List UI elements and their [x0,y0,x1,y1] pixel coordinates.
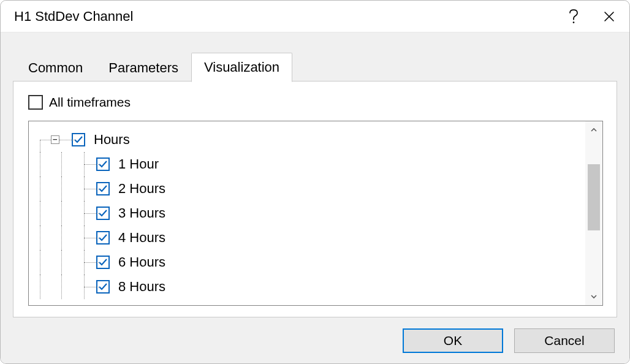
chevron-up-icon [590,126,598,134]
dialog-window: H1 StdDev Channel Common Parameters Visu… [0,0,630,364]
check-icon [98,208,108,218]
check-icon [98,257,108,267]
tree-line [40,140,40,152]
close-button[interactable] [591,2,627,31]
close-icon [603,10,615,23]
scroll-up-button[interactable] [585,121,602,138]
tree-line [84,189,99,189]
title-bar: H1 StdDev Channel [1,1,629,32]
scroll-down-button[interactable] [585,288,602,305]
check-icon [98,184,108,194]
dialog-footer: OK Cancel [1,318,629,363]
tab-common[interactable]: Common [15,53,96,82]
tree-root: − Hours [29,127,585,299]
check-icon [98,233,108,243]
tab-label: Common [28,60,83,75]
collapse-icon[interactable]: − [51,135,59,144]
tree-node-label: 4 Hours [118,230,165,246]
tree-line [40,176,40,201]
ok-button-label: OK [444,333,462,348]
tree-node-label: 1 Hour [118,156,159,172]
tree-node-6hours[interactable]: 6 Hours [29,250,585,275]
ok-button[interactable]: OK [403,328,503,353]
tree-node-3hours[interactable]: 3 Hours [29,201,585,226]
tree-line [40,152,40,176]
scroll-track[interactable] [585,138,602,288]
tree-viewport: − Hours [29,121,585,305]
help-icon [569,9,579,24]
tab-label: Parameters [108,60,178,75]
tree-node-2hours[interactable]: 2 Hours [29,176,585,201]
tree-line [61,152,62,176]
all-timeframes-checkbox[interactable] [28,95,43,110]
check-icon [98,282,108,292]
all-timeframes-row: All timeframes [28,95,603,110]
tree-node-label: Hours [94,132,130,148]
cancel-button-label: Cancel [544,333,584,348]
check-icon [98,159,108,169]
tree-line [40,201,40,226]
tree-node-4hours[interactable]: 4 Hours [29,226,585,250]
tree-node-label: 3 Hours [118,205,165,221]
tree-node-label: 6 Hours [118,254,165,270]
tree-scrollbar[interactable] [585,121,602,305]
tree-line [40,250,40,275]
tree-line [61,201,62,226]
svg-point-0 [573,21,575,23]
tree-line [84,287,99,287]
tree-line [84,262,99,263]
tab-label: Visualization [204,59,279,75]
tab-visualization[interactable]: Visualization [191,53,292,82]
tree-line [61,226,62,250]
scroll-thumb[interactable] [588,164,600,230]
tab-parameters[interactable]: Parameters [96,53,191,82]
tree-line [61,275,62,299]
tree-line [84,164,99,165]
tree-node-1hour[interactable]: 1 Hour [29,152,585,176]
tree-line [61,250,62,275]
tree-line [61,176,62,201]
tree-line [84,238,99,238]
chevron-down-icon [590,293,598,300]
tab-strip: Common Parameters Visualization [1,32,629,82]
help-button[interactable] [556,2,591,31]
tree-line [40,275,40,299]
timeframes-tree: − Hours [28,121,603,306]
client-area: Common Parameters Visualization All time… [1,32,629,363]
all-timeframes-label: All timeframes [49,95,131,110]
tree-line [84,213,99,214]
window-title: H1 StdDev Channel [14,9,556,25]
tree-node-hours[interactable]: − Hours [29,127,585,152]
tree-line [59,140,75,140]
tree-node-label: 2 Hours [118,181,165,197]
tree-line [40,226,40,250]
tab-panel-visualization: All timeframes − [13,81,617,317]
tree-node-8hours[interactable]: 8 Hours [29,275,585,299]
tree-node-label: 8 Hours [118,279,165,295]
cancel-button[interactable]: Cancel [514,328,615,353]
